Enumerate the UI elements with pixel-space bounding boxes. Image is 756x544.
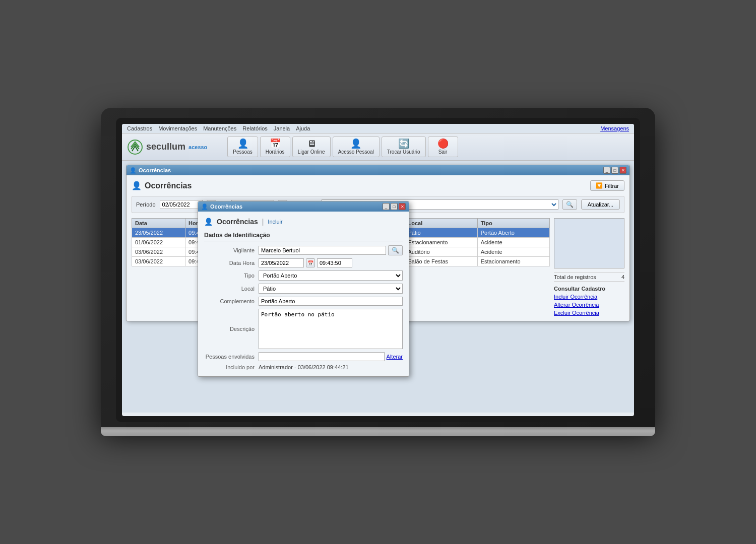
- toolbar-acesso-pessoal[interactable]: 👤 Acesso Pessoal: [333, 137, 380, 157]
- cell-tipo: Acidente: [477, 238, 549, 247]
- pessoas-row: Alterar: [259, 352, 403, 361]
- acesso-pessoal-label: Acesso Pessoal: [338, 149, 374, 155]
- page-title-icon: 👤: [132, 181, 142, 190]
- update-button[interactable]: Atualizar...: [581, 199, 620, 210]
- cell-local: Salão de Festas: [405, 257, 477, 266]
- cell-local: Auditório: [405, 247, 477, 257]
- dialog-close-button[interactable]: ✕: [399, 203, 406, 210]
- search-vigilante-button[interactable]: 🔍: [562, 199, 577, 210]
- minimize-button[interactable]: _: [603, 167, 610, 174]
- menu-ajuda[interactable]: Ajuda: [296, 125, 310, 131]
- horarios-icon: 📅: [270, 139, 281, 148]
- filter-button[interactable]: 🔽 Filtrar: [590, 180, 624, 191]
- dialog-controls: _ □ ✕: [383, 203, 406, 210]
- right-panel: Total de registros 4 Consultar Cadastro …: [554, 218, 624, 316]
- incluido-label: Incluido por: [204, 364, 255, 370]
- dialog-window: 👤 Ocorrências _ □ ✕: [198, 201, 409, 377]
- link-alterar[interactable]: Alterar Ocorrência: [554, 302, 624, 308]
- tipo-select[interactable]: Portão Aberto Acidente Estacionamento: [259, 270, 403, 281]
- main-content: 👤 Ocorrências _ □ ✕: [122, 161, 634, 413]
- time-input[interactable]: [317, 258, 352, 267]
- col-local: Local: [405, 219, 477, 228]
- logo-icon: [127, 139, 143, 155]
- cell-tipo: Portão Aberto: [477, 228, 549, 238]
- tipo-label: Tipo: [204, 273, 255, 279]
- dialog-minimize-button[interactable]: _: [383, 203, 390, 210]
- date-input[interactable]: [259, 258, 304, 267]
- toolbar-sair[interactable]: 🔴 Sair: [428, 137, 458, 157]
- menu-movimentacoes[interactable]: Movimentações: [158, 125, 197, 131]
- menu-relatorios[interactable]: Relatórios: [242, 125, 268, 131]
- menu-janela[interactable]: Janela: [274, 125, 290, 131]
- consultar-label: Consultar Cadastro: [554, 286, 624, 292]
- pessoas-label: Pessoas envolvidas: [204, 354, 255, 360]
- cell-local: Estacionamento: [405, 238, 477, 247]
- window-icon: 👤: [130, 167, 137, 174]
- dialog-page-title: 👤 Ocorrências | Incluir: [204, 218, 403, 226]
- toolbar-buttons: 👤 Pessoas 📅 Horários 🖥 Ligar Online: [227, 137, 458, 157]
- section-header: Dados de Identificação: [204, 232, 403, 241]
- complemento-label: Complemento: [204, 298, 255, 304]
- period-label: Período: [136, 201, 156, 208]
- horarios-label: Horários: [266, 149, 285, 155]
- page-title: 👤 Ocorrências: [132, 181, 192, 190]
- dialog-restore-button[interactable]: □: [391, 203, 398, 210]
- pessoas-input[interactable]: [259, 352, 385, 361]
- maximize-button[interactable]: □: [611, 167, 618, 174]
- local-select[interactable]: Pátio Estacionamento Auditório Salão de …: [259, 284, 403, 294]
- cell-data: 03/06/2022: [132, 247, 185, 257]
- acesso-pessoal-icon: 👤: [350, 139, 361, 148]
- dialog-page-icon: 👤: [204, 218, 213, 226]
- search-person-button[interactable]: 🔍: [388, 245, 403, 255]
- vigilante-input[interactable]: [259, 246, 386, 255]
- logo-text: secullum: [146, 142, 185, 152]
- cell-tipo: Estacionamento: [477, 257, 549, 266]
- total-records-value: 4: [621, 274, 624, 280]
- total-records: Total de registros 4: [554, 273, 624, 282]
- vigilante-row: 🔍: [259, 245, 403, 255]
- photo-placeholder: [554, 218, 624, 268]
- date-calendar-button[interactable]: 📅: [306, 258, 315, 267]
- toolbar-pessoas[interactable]: 👤 Pessoas: [227, 137, 258, 157]
- toolbar-trocar-usuario[interactable]: 🔄 Trocar Usuário: [382, 137, 426, 157]
- local-label: Local: [204, 286, 255, 292]
- date-from-input[interactable]: [160, 200, 203, 209]
- ligar-online-label: Ligar Online: [298, 149, 325, 155]
- alterar-link[interactable]: Alterar: [387, 354, 403, 360]
- dialog-titlebar: 👤 Ocorrências _ □ ✕: [198, 201, 409, 212]
- menu-manutencoes[interactable]: Manutenções: [203, 125, 236, 131]
- menu-messages[interactable]: Mensagens: [600, 125, 629, 131]
- total-records-label: Total de registros: [554, 274, 596, 280]
- dialog-subtitle: Incluir: [268, 219, 282, 225]
- vigilante-label: Vigilante: [204, 247, 255, 253]
- close-button[interactable]: ✕: [619, 167, 626, 174]
- logo-area: secullum acesso: [127, 139, 207, 155]
- dialog-separator: |: [262, 218, 264, 226]
- toolbar: secullum acesso 👤 Pessoas 📅 Horários: [122, 133, 634, 161]
- complemento-input[interactable]: [259, 297, 403, 306]
- trocar-usuario-icon: 🔄: [398, 139, 409, 148]
- sair-icon: 🔴: [437, 139, 449, 148]
- ligar-online-icon: 🖥: [307, 139, 316, 148]
- descricao-textarea[interactable]: Portão aberto no pátio: [259, 309, 403, 349]
- incluido-value: Administrador - 03/06/2022 09:44:21: [259, 364, 403, 370]
- menu-bar: Cadastros Movimentações Manutenções Rela…: [122, 124, 634, 133]
- menu-items: Cadastros Movimentações Manutenções Rela…: [127, 125, 310, 131]
- panel-links: Consultar Cadastro Incluir Ocorrência Al…: [554, 286, 624, 316]
- trocar-usuario-label: Trocar Usuário: [387, 149, 420, 155]
- main-window-title: 👤 Ocorrências: [130, 167, 171, 174]
- pessoas-icon: 👤: [237, 139, 248, 148]
- toolbar-ligar-online[interactable]: 🖥 Ligar Online: [292, 137, 331, 157]
- dialog-body: 👤 Ocorrências | Incluir Dados de Identif…: [198, 212, 409, 376]
- toolbar-horarios[interactable]: 📅 Horários: [260, 137, 290, 157]
- cell-tipo: Acidente: [477, 247, 549, 257]
- pessoas-label: Pessoas: [233, 149, 252, 155]
- col-data: Data: [132, 219, 185, 228]
- cell-data: 23/05/2022: [132, 228, 185, 238]
- menu-cadastros[interactable]: Cadastros: [127, 125, 152, 131]
- logo-sub: acesso: [188, 144, 207, 150]
- window-controls: _ □ ✕: [603, 167, 626, 174]
- main-window-titlebar: 👤 Ocorrências _ □ ✕: [127, 165, 629, 175]
- link-excluir[interactable]: Excluir Ocorrência: [554, 310, 624, 316]
- link-incluir[interactable]: Incluir Ocorrência: [554, 294, 624, 300]
